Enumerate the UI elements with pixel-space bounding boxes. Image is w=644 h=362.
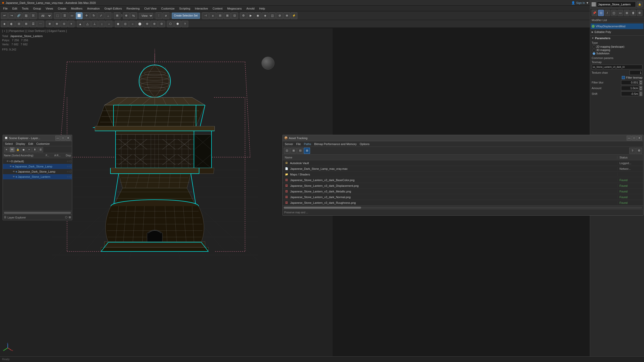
at-tool-4[interactable]: ⊠ — [304, 148, 310, 154]
shift-input[interactable] — [621, 91, 639, 96]
undo-button[interactable]: ↩ — [1, 12, 8, 19]
object-color-swatch[interactable] — [592, 2, 596, 6]
filter-blur-up[interactable]: ▲ — [639, 80, 642, 82]
create-selection-set-button[interactable]: Create Selection Set — [172, 13, 200, 19]
rp-lock-button[interactable]: 🔒 — [637, 2, 642, 7]
align3-button[interactable]: ⊠ — [224, 12, 231, 19]
align-button[interactable]: ≡ — [209, 12, 216, 19]
se-tool-close[interactable]: ✕ — [4, 147, 9, 152]
select-object-button[interactable]: ⬚ — [54, 12, 61, 19]
at-row-tex5[interactable]: 🖼 Japanese_Stone_Lantern_v3_dark_Ruughne… — [283, 200, 643, 206]
se-tool-eye[interactable]: 👁 — [10, 147, 15, 152]
sec-btn6[interactable]: ⋯ — [37, 21, 44, 27]
se-row-lamp-child[interactable]: 👁 ◈ Japanese_Dark_Stone_Lamp ☆ ⬡ — [3, 169, 72, 174]
link-button[interactable]: 🔗 — [15, 12, 22, 19]
at-maximize[interactable]: □ — [632, 136, 637, 140]
sec-btn7[interactable]: ⊕ — [46, 21, 53, 27]
at-menu-paths[interactable]: Paths — [303, 142, 312, 146]
sec-btn24[interactable]: ⬢ — [174, 21, 181, 27]
se-eye-lamp2[interactable]: 👁 — [13, 170, 15, 173]
menu-item-megascans[interactable]: Megascans — [225, 6, 244, 11]
at-scroll-thumb[interactable] — [284, 207, 361, 209]
mod-pin-button[interactable]: 📌 — [592, 10, 597, 16]
at-row-tex1[interactable]: 🖼 Japanese_Stone_Lantern_v3_dark_BaseCol… — [283, 177, 643, 183]
schemat-button[interactable]: ◫ — [269, 12, 276, 19]
modifier-vray[interactable]: VRayDisplacementMod — [591, 23, 643, 29]
snap3d-button[interactable]: ⋮ — [156, 12, 162, 19]
sec-btn18[interactable]: ○ — [129, 21, 136, 27]
sec-btn22[interactable]: ⊝ — [158, 21, 165, 27]
at-tool-3[interactable]: ⊟ — [297, 148, 303, 154]
at-row-tex2[interactable]: 🖼 Japanese_Stone_Lantern_v3_dark_Displac… — [283, 183, 643, 189]
sec-btn9[interactable]: ⊙ — [61, 21, 67, 27]
matlib-button[interactable]: ◈ — [262, 12, 268, 19]
texture-chan-input[interactable] — [630, 70, 642, 75]
mod-face-button[interactable]: ▭ — [617, 10, 623, 16]
menu-item-file[interactable]: File — [1, 6, 10, 11]
menu-item-civil-view[interactable]: Civil View — [142, 6, 158, 11]
at-tool-settings[interactable]: ⚙ — [636, 148, 642, 154]
shift-down[interactable]: ▼ — [639, 94, 642, 96]
radio-3d[interactable]: 3D mapping — [593, 49, 642, 52]
se-footer-btn2[interactable]: ⊞ — [69, 216, 71, 219]
filter-blur-down[interactable]: ▼ — [639, 82, 642, 85]
signin-dropdown[interactable]: ▼ — [586, 1, 589, 4]
at-tool-help[interactable]: ? — [629, 148, 635, 154]
se-row-default[interactable]: 👁 ≡ 0 (default) ☆ ⬡ — [3, 159, 72, 164]
sec-btn16[interactable]: ◉ — [115, 21, 121, 27]
menu-item-create[interactable]: Create — [56, 6, 68, 11]
sec-btn12[interactable]: △ — [84, 21, 91, 27]
at-minimize[interactable]: — — [627, 136, 631, 140]
texmap-input[interactable] — [592, 65, 642, 69]
mod-edge-button[interactable]: / — [605, 10, 610, 16]
ref-coord-button[interactable]: ⊞ — [114, 12, 120, 19]
render-setup-button[interactable]: ⚙ — [240, 12, 247, 19]
mod-delete-button[interactable]: 🗑 — [630, 10, 636, 16]
menu-item-rendering[interactable]: Rendering — [125, 6, 142, 11]
se-tool-lock[interactable]: 🔒 — [15, 147, 20, 152]
radio-subdiv[interactable]: Subdivision — [593, 52, 642, 55]
at-row-scene[interactable]: 📄 Japanese_Dark_Stone_Lamp_max_vray.max … — [283, 166, 643, 172]
menu-item-content[interactable]: Content — [210, 6, 225, 11]
render5-button[interactable]: ⊕ — [283, 12, 290, 19]
sec-btn17[interactable]: ◎ — [122, 21, 129, 27]
mirror-button[interactable]: ⊣ — [202, 12, 209, 19]
filter-blur-input[interactable] — [621, 80, 639, 85]
mod-config-button[interactable]: ⚙ — [637, 10, 642, 16]
menu-item-tools[interactable]: Tools — [20, 6, 31, 11]
sec-btn25[interactable]: ? — [182, 21, 188, 27]
se-maximize[interactable]: □ — [61, 136, 65, 140]
rotate-button[interactable]: ↻ — [90, 12, 97, 19]
shift-up[interactable]: ▲ — [639, 91, 642, 94]
se-row-lantern[interactable]: 👁 ◈ Japanese_Stone_Lantern ☆ ⬡ — [3, 174, 72, 179]
menu-item-scripting[interactable]: Scripting — [177, 6, 192, 11]
at-row-tex3[interactable]: 🖼 Japanese_Stone_Lantern_v3_dark_Metalli… — [283, 189, 643, 194]
snap-button[interactable]: % — [130, 12, 137, 19]
menu-item-edit[interactable]: Edit — [10, 6, 19, 11]
amount-up[interactable]: ▲ — [639, 86, 642, 88]
at-menu-server[interactable]: Server — [284, 142, 294, 146]
align4-button[interactable]: ⊡ — [231, 12, 238, 19]
sec-btn15[interactable]: ↔ — [106, 21, 112, 27]
angle-snap-button[interactable]: ⌀ — [163, 12, 169, 19]
at-row-tex4[interactable]: 🖼 Japanese_Stone_Lantern_v3_dark_Normal.… — [283, 194, 643, 200]
sec-btn21[interactable]: ⊜ — [151, 21, 158, 27]
sec-btn1[interactable]: ◈ — [1, 21, 8, 27]
se-tool-sort[interactable]: ⬆ — [32, 147, 37, 152]
layer-dropdown[interactable]: All — [39, 13, 52, 19]
scale-button[interactable]: ⤢ — [97, 12, 104, 19]
signin-label[interactable]: Sign In — [576, 1, 585, 4]
at-menu-bitmap[interactable]: Bitmap Performance and Memory — [313, 142, 357, 146]
se-close[interactable]: ✕ — [66, 136, 70, 140]
se-menu-edit[interactable]: Edit — [27, 142, 34, 145]
at-row-maps[interactable]: 📁 Maps / Shaders — [283, 172, 643, 177]
active-select-button[interactable]: ⬜ — [76, 12, 83, 19]
se-tool-render[interactable]: ◉ — [21, 147, 26, 152]
render6-button[interactable]: ⚡ — [291, 12, 297, 19]
scene-explorer-titlebar[interactable]: 🔲 Scene Explorer - Layer... — □ ✕ — [3, 135, 72, 141]
render3-button[interactable]: ◉ — [255, 12, 261, 19]
se-scrollbar[interactable] — [3, 211, 72, 214]
sec-btn4[interactable]: ⊞ — [23, 21, 29, 27]
menu-item-customize[interactable]: Customize — [159, 6, 177, 11]
at-tool-2[interactable]: ⊞ — [290, 148, 297, 154]
